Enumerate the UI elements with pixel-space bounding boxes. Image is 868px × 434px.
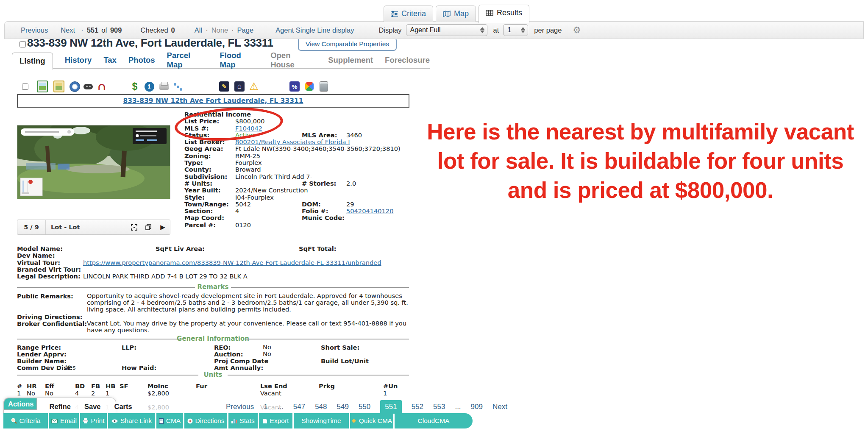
rate-icon[interactable]: % — [289, 81, 300, 92]
tab-listing[interactable]: Listing — [12, 53, 53, 70]
photo-index: 5 / 9 — [17, 224, 45, 231]
section-value: 4 — [235, 207, 239, 214]
tab-foreclosure[interactable]: Foreclosure — [385, 56, 430, 65]
print-icon[interactable] — [159, 81, 170, 92]
virtual-tour-link[interactable]: https://www.propertypanorama.com/833839-… — [83, 259, 381, 266]
list-broker-label: List Broker: — [184, 138, 225, 145]
pagination-page[interactable]: 547 — [293, 403, 305, 411]
type-label: Type: — [184, 159, 203, 166]
short-sale-label: Short Sale: — [321, 344, 359, 351]
maps-icon[interactable] — [304, 81, 315, 92]
section-label: Section: — [184, 207, 213, 214]
history-clock-icon[interactable] — [69, 81, 80, 92]
mls-number-label: MLS #: — [184, 125, 209, 132]
sketch-icon[interactable]: ✎ — [219, 81, 230, 92]
pagination-previous[interactable]: Previous — [226, 403, 254, 411]
tab-supplement[interactable]: Supplement — [328, 56, 373, 65]
subdivision-value: Lincoln Park Third Add 7- — [235, 173, 312, 180]
pagination-page[interactable]: 553 — [433, 403, 445, 411]
display-select[interactable]: Agent Full — [406, 24, 487, 36]
email-button[interactable]: Email — [49, 413, 79, 428]
folio-link[interactable]: 504204140120 — [346, 207, 393, 214]
select-all-link[interactable]: All — [195, 26, 202, 34]
pagination-page[interactable]: 909 — [471, 403, 483, 411]
tab-refine[interactable]: Refine — [43, 398, 78, 415]
red-annotation-text: Here is the nearest by multifamily vacan… — [415, 117, 865, 205]
tab-carts[interactable]: Carts — [108, 398, 139, 415]
dot-separator: · — [81, 26, 83, 34]
tab-results-label: Results — [497, 8, 522, 17]
dollar-icon[interactable]: $ — [129, 81, 140, 92]
units-header: Units — [17, 371, 409, 378]
per-page-select-value: 1 — [507, 26, 511, 34]
print-button[interactable]: Print — [80, 413, 107, 428]
dev-name-label: Dev Name: — [17, 252, 55, 259]
cma-button[interactable]: CMA — [156, 413, 183, 428]
previous-link[interactable]: Previous — [21, 26, 48, 34]
per-page-select[interactable]: 1 — [503, 24, 528, 36]
photo-slideshow-icon[interactable] — [37, 81, 48, 92]
next-link[interactable]: Next — [61, 26, 75, 34]
street-view-photo[interactable] — [17, 125, 170, 199]
pagination-page[interactable]: 552 — [412, 403, 423, 411]
tab-save[interactable]: Save — [78, 398, 108, 415]
dom-label: DOM: — [302, 200, 321, 208]
listing-select-checkbox[interactable] — [19, 41, 26, 47]
tab-map-label: Map — [454, 9, 469, 18]
copy-icon[interactable] — [141, 224, 156, 230]
tab-criteria[interactable]: Criteria — [384, 6, 433, 22]
tab-open-house[interactable]: Open House — [270, 51, 316, 70]
expand-icon[interactable] — [127, 224, 141, 231]
range-price-label: Range Price: — [17, 344, 61, 351]
share-link-button[interactable]: Share Link — [108, 413, 155, 428]
list-broker-link[interactable]: 800201/Realty Associates of Florida I — [235, 138, 350, 145]
settings-gear-icon[interactable]: ⚙ — [573, 25, 581, 35]
tab-results[interactable]: Results — [479, 5, 529, 23]
tab-parcel-map[interactable]: Parcel Map — [167, 51, 208, 70]
play-slideshow-icon[interactable]: ▶ — [156, 223, 170, 231]
tab-history[interactable]: History — [65, 56, 92, 65]
how-paid-label: How Paid: — [122, 364, 156, 371]
criteria-button[interactable]: Criteria — [3, 413, 48, 428]
quick-cma-button[interactable]: Quick CMA — [350, 413, 393, 428]
warning-icon[interactable]: ⚠ — [248, 81, 259, 92]
tab-actions[interactable]: Actions — [4, 398, 37, 410]
of-label: of — [101, 26, 107, 34]
directions-button[interactable]: Directions — [184, 413, 227, 428]
town-range-label: Town/Range: — [184, 200, 229, 208]
tab-tax[interactable]: Tax — [103, 56, 117, 65]
town-range-value: 5042 — [235, 200, 251, 208]
stats-button[interactable]: Stats — [228, 413, 258, 428]
tab-flood-map[interactable]: Flood Map — [220, 51, 259, 70]
select-none-link[interactable]: None — [211, 26, 228, 34]
tab-photos[interactable]: Photos — [128, 56, 155, 65]
info-icon[interactable]: i — [144, 81, 155, 92]
pagination-page[interactable]: 550 — [359, 403, 370, 411]
calculator-icon[interactable] — [318, 81, 329, 92]
cloudcma-button[interactable]: CloudCMA — [395, 413, 473, 428]
row-select-checkbox[interactable] — [22, 83, 28, 90]
realtor-icon[interactable]: ∩ — [96, 81, 107, 92]
rain-icon[interactable] — [174, 81, 185, 92]
home-icon[interactable]: ⌂ — [234, 81, 245, 92]
view-comparable-button[interactable]: View Comparable Properties — [298, 37, 397, 51]
map-photo-icon[interactable] — [53, 81, 64, 92]
agent-single-line-link[interactable]: Agent Single Line display — [275, 26, 354, 34]
select-page-link[interactable]: Page — [237, 26, 254, 34]
pagination-page[interactable]: 548 — [315, 403, 327, 411]
llp-label: LLP: — [122, 344, 136, 351]
subdivision-label: Subdivision: — [184, 173, 227, 180]
mls-number-link[interactable]: F104042 — [235, 125, 262, 132]
dot-separator: · — [206, 26, 208, 34]
export-button[interactable]: Export — [259, 413, 292, 428]
address-link[interactable]: 833-839 NW 12th Ave Fort Lauderdale, FL … — [123, 97, 303, 105]
photo-caption: Lot - Lot — [51, 224, 127, 231]
broker-confidential-label: Broker Confidential: — [17, 320, 87, 327]
showingtime-button[interactable]: ShowingTime — [294, 413, 349, 428]
pagination-page[interactable]: 1 — [264, 403, 267, 411]
tab-map[interactable]: Map — [436, 6, 476, 22]
pagination-page[interactable]: 549 — [337, 403, 349, 411]
pagination-next[interactable]: Next — [492, 403, 507, 411]
view-icon[interactable] — [83, 81, 94, 92]
munic-code-label: Munic Code: — [302, 214, 345, 221]
